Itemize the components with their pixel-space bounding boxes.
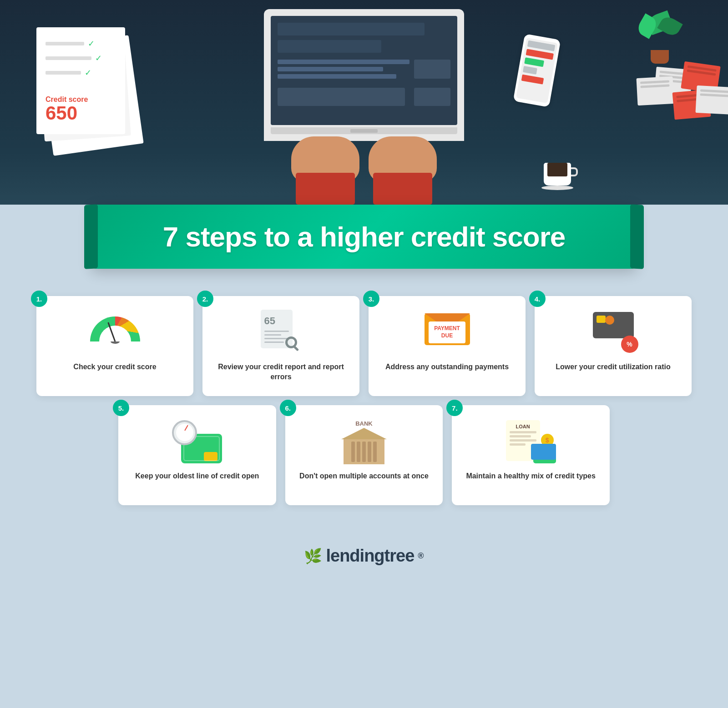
hero-section: ✓ ✓ ✓ Credit score 650	[0, 0, 728, 218]
step-5-card: 5. Keep your oldest line of credit open	[118, 405, 276, 505]
step-5-icon-area	[170, 419, 224, 464]
step-1-icon-area	[88, 310, 142, 355]
step-2-number: 2.	[197, 291, 213, 307]
steps-row-2: 5. Keep your oldest line of credit open …	[118, 405, 610, 505]
phone-illustration	[513, 34, 561, 107]
steps-section: 1. Check your credit score 2. 65	[0, 269, 728, 532]
document-magnifier-icon: 65	[261, 310, 302, 355]
footer: 🌿 lendingtree®	[0, 532, 728, 579]
step-6-icon-area: BANK	[337, 419, 391, 464]
credit-card-percent-icon: %	[588, 312, 638, 353]
step-5-number: 5.	[113, 400, 129, 416]
laptop-illustration	[264, 9, 464, 182]
step-1-card: 1. Check your credit score	[36, 296, 193, 396]
step-1-number: 1.	[31, 291, 47, 307]
logo-leaf-icon: 🌿	[304, 547, 322, 565]
step-5-label: Keep your oldest line of credit open	[135, 471, 259, 481]
step-7-label: Maintain a healthy mix of credit types	[466, 471, 596, 481]
bank-building-icon: BANK	[341, 420, 387, 463]
step-7-number: 7.	[446, 400, 463, 416]
phone-screen	[516, 38, 558, 103]
step-6-card: 6. BANK Don't open multiple accounts at …	[285, 405, 443, 505]
speedometer-icon	[90, 316, 140, 348]
plant-illustration	[637, 14, 682, 64]
coffee-cup-illustration	[541, 159, 573, 191]
step-4-number: 4.	[529, 291, 546, 307]
laptop-screen	[271, 16, 457, 125]
plant-leaves	[637, 14, 682, 50]
main-banner: 7 steps to a higher credit score	[91, 205, 637, 269]
step-2-card: 2. 65 Review your credit rep	[202, 296, 359, 396]
credit-score-number: 650	[46, 104, 88, 123]
step-1-label: Check your credit score	[73, 362, 156, 372]
logo-trademark: ®	[418, 551, 424, 561]
step-3-number: 3.	[363, 291, 379, 307]
wallet-stopwatch-icon	[172, 420, 222, 463]
step-4-card: 4. % Lower your credit utilization ratio	[535, 296, 692, 396]
step-7-card: 7. LOAN $ $ Maintain a healthy mix of cr…	[452, 405, 610, 505]
step-2-icon-area: 65	[254, 310, 308, 355]
logo: 🌿 lendingtree®	[14, 546, 714, 566]
credit-score-doc: ✓ ✓ ✓ Credit score 650	[36, 27, 125, 134]
banner-title: 7 steps to a higher credit score	[118, 221, 610, 253]
payment-due-icon: PAYMENTDUE	[425, 313, 470, 352]
steps-row-1: 1. Check your credit score 2. 65	[36, 296, 692, 396]
step-6-label: Don't open multiple accounts at once	[299, 471, 429, 481]
cup-body	[544, 163, 571, 186]
plant-pot	[651, 50, 669, 64]
laptop-body	[264, 9, 464, 141]
logo-text: lendingtree	[326, 546, 414, 566]
step-4-label: Lower your credit utilization ratio	[556, 362, 670, 372]
step-3-icon-area: PAYMENTDUE	[420, 310, 475, 355]
step-4-icon-area: %	[586, 310, 641, 355]
loan-document-icon: LOAN $ $	[506, 420, 556, 463]
step-3-card: 3. PAYMENTDUE Address any outstanding pa…	[369, 296, 526, 396]
step-6-number: 6.	[280, 400, 296, 416]
step-7-icon-area: LOAN $ $	[504, 419, 558, 464]
step-3-label: Address any outstanding payments	[385, 362, 509, 372]
step-2-label: Review your credit report and report err…	[214, 362, 348, 382]
